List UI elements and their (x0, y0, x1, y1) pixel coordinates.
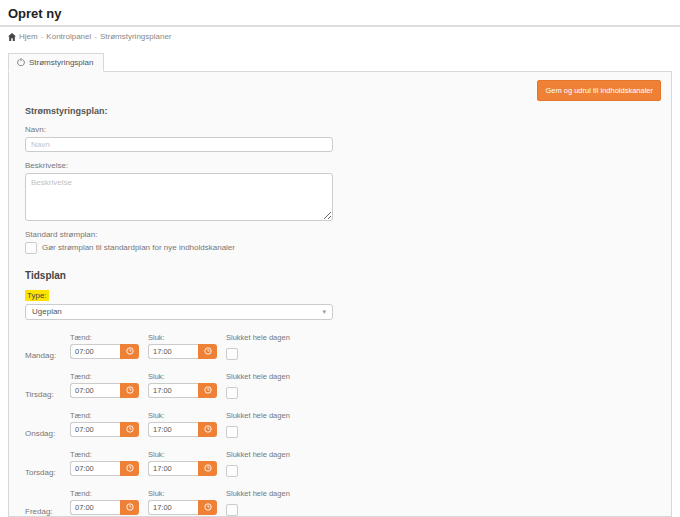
clock-icon (126, 347, 134, 355)
breadcrumb-item-hjem[interactable]: Hjem (19, 32, 38, 41)
day-label: Onsdag: (25, 429, 70, 442)
off-time-clock-button[interactable] (198, 461, 217, 476)
off-time-input[interactable] (148, 461, 198, 476)
power-icon (17, 58, 25, 66)
off-time-group: Sluk: (148, 450, 217, 481)
page-title: Opret ny (8, 6, 680, 21)
off-time-clock-button[interactable] (198, 500, 217, 515)
on-time-input[interactable] (70, 461, 120, 476)
on-time-clock-button[interactable] (120, 500, 139, 515)
clock-icon (126, 464, 134, 472)
off-time-clock-button[interactable] (198, 422, 217, 437)
tab-strip: Strømstyringsplan (8, 51, 672, 71)
name-input[interactable] (25, 137, 333, 152)
description-label: Beskrivelse: (25, 161, 655, 170)
off-time-group: Sluk: (148, 489, 217, 517)
off-label: Sluk: (148, 372, 217, 381)
clock-icon (204, 347, 212, 355)
chevron-down-icon: ▾ (322, 308, 326, 316)
schedule-type-select[interactable]: Ugeplan ▾ (25, 304, 333, 320)
off-time-input[interactable] (148, 500, 198, 515)
home-icon (8, 33, 16, 41)
off-time-input[interactable] (148, 383, 198, 398)
all-day-off-checkbox[interactable] (226, 465, 238, 477)
standard-plan-checkbox[interactable] (25, 242, 37, 254)
on-label: Tænd: (70, 333, 139, 342)
schedule-rows: Mandag: Tænd: Sluk: Slukket hele dagen (25, 333, 655, 517)
on-time-group: Tænd: (70, 411, 139, 442)
schedule-day-row: Mandag: Tænd: Sluk: Slukket hele dagen (25, 333, 655, 364)
schedule-day-row: Fredag: Tænd: Sluk: Slukket hele dagen (25, 489, 655, 517)
main-panel: Gem og udrul til indholdskanaler Strømst… (8, 71, 672, 517)
breadcrumb: Hjem - Kontrolpanel - Strømstyringsplane… (8, 32, 672, 41)
all-day-off-label: Slukket hele dagen (226, 489, 290, 498)
breadcrumb-item-stromstyringsplaner[interactable]: Strømstyringsplaner (100, 32, 172, 41)
all-day-off-label: Slukket hele dagen (226, 372, 290, 381)
breadcrumb-item-kontrolpanel[interactable]: Kontrolpanel (46, 32, 91, 41)
clock-icon (204, 386, 212, 394)
title-divider (0, 25, 680, 27)
on-time-clock-button[interactable] (120, 422, 139, 437)
on-label: Tænd: (70, 489, 139, 498)
off-label: Sluk: (148, 333, 217, 342)
schedule-type-value: Ugeplan (32, 307, 62, 316)
all-day-off-checkbox[interactable] (226, 504, 238, 516)
schedule-section-title: Tidsplan (25, 270, 655, 281)
day-label: Torsdag: (25, 468, 70, 481)
on-time-input[interactable] (70, 344, 120, 359)
all-day-off-checkbox[interactable] (226, 387, 238, 399)
on-time-group: Tænd: (70, 372, 139, 403)
all-day-off-checkbox[interactable] (226, 426, 238, 438)
name-label: Navn: (25, 125, 655, 134)
off-time-clock-button[interactable] (198, 383, 217, 398)
tab-label: Strømstyringsplan (29, 58, 93, 67)
type-label: Type: (25, 290, 49, 301)
off-label: Sluk: (148, 411, 217, 420)
on-label: Tænd: (70, 450, 139, 459)
off-time-group: Sluk: (148, 372, 217, 403)
breadcrumb-separator: - (41, 32, 44, 41)
all-day-off-checkbox[interactable] (226, 348, 238, 360)
all-day-off-group: Slukket hele dagen (226, 450, 290, 481)
description-textarea[interactable] (25, 173, 333, 221)
all-day-off-group: Slukket hele dagen (226, 372, 290, 403)
clock-icon (126, 503, 134, 511)
day-label: Tirsdag: (25, 390, 70, 403)
on-time-input[interactable] (70, 383, 120, 398)
schedule-day-row: Torsdag: Tænd: Sluk: Slukket hele dagen (25, 450, 655, 481)
save-and-deploy-button[interactable]: Gem og udrul til indholdskanaler (537, 80, 661, 101)
on-time-group: Tænd: (70, 450, 139, 481)
on-time-input[interactable] (70, 422, 120, 437)
off-label: Sluk: (148, 450, 217, 459)
all-day-off-group: Slukket hele dagen (226, 333, 290, 364)
off-time-clock-button[interactable] (198, 344, 217, 359)
on-label: Tænd: (70, 372, 139, 381)
off-time-input[interactable] (148, 344, 198, 359)
plan-section-title: Strømstyringsplan: (25, 106, 655, 116)
off-label: Sluk: (148, 489, 217, 498)
on-time-clock-button[interactable] (120, 344, 139, 359)
off-time-input[interactable] (148, 422, 198, 437)
on-time-clock-button[interactable] (120, 461, 139, 476)
clock-icon (204, 425, 212, 433)
on-time-group: Tænd: (70, 333, 139, 364)
clock-icon (126, 425, 134, 433)
all-day-off-group: Slukket hele dagen (226, 411, 290, 442)
off-time-group: Sluk: (148, 333, 217, 364)
all-day-off-label: Slukket hele dagen (226, 333, 290, 342)
on-time-input[interactable] (70, 500, 120, 515)
on-label: Tænd: (70, 411, 139, 420)
all-day-off-label: Slukket hele dagen (226, 450, 290, 459)
on-time-group: Tænd: (70, 489, 139, 517)
clock-icon (204, 464, 212, 472)
all-day-off-group: Slukket hele dagen (226, 489, 290, 517)
tab-stromstyringsplan[interactable]: Strømstyringsplan (8, 53, 104, 72)
on-time-clock-button[interactable] (120, 383, 139, 398)
breadcrumb-separator: - (94, 32, 97, 41)
clock-icon (126, 386, 134, 394)
schedule-day-row: Tirsdag: Tænd: Sluk: Slukket hele dagen (25, 372, 655, 403)
clock-icon (204, 503, 212, 511)
day-label: Mandag: (25, 351, 70, 364)
standard-plan-checkbox-label: Gør strømplan til standardplan for nye i… (42, 243, 235, 252)
all-day-off-label: Slukket hele dagen (226, 411, 290, 420)
